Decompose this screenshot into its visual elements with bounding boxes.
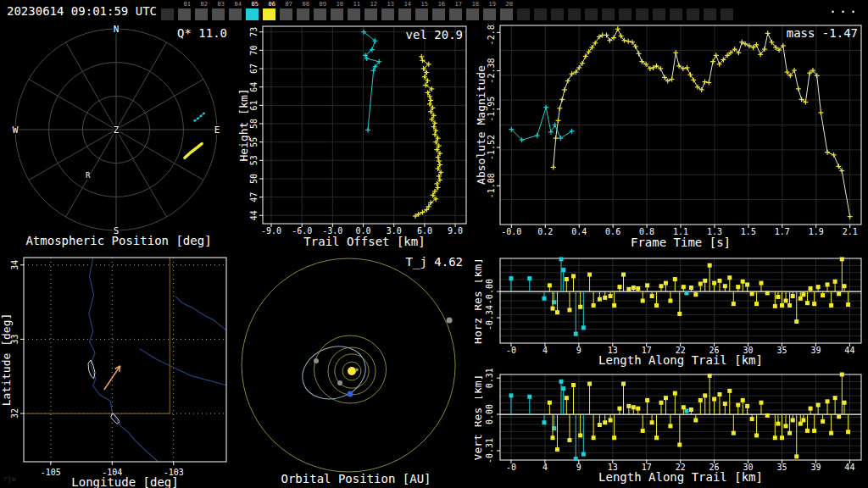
frame-image[interactable] <box>263 8 275 20</box>
overflow-menu[interactable]: ... <box>829 1 860 16</box>
solar-system-bodies <box>314 318 453 397</box>
frame-thumb[interactable] <box>568 1 581 20</box>
frame-image[interactable] <box>517 8 530 20</box>
frame-image[interactable] <box>653 8 665 20</box>
frame-thumb-03[interactable]: 03 <box>212 1 225 20</box>
frame-image[interactable] <box>704 8 716 20</box>
frame-thumb[interactable] <box>517 1 530 20</box>
frame-number <box>161 1 174 8</box>
y-tick-label: 44 <box>249 210 259 220</box>
y-axis-label: Latitude [deg] <box>0 313 13 407</box>
frame-thumb-14[interactable]: 14 <box>398 1 411 20</box>
frame-thumb[interactable] <box>721 1 733 20</box>
frame-image[interactable] <box>229 8 242 20</box>
frame-thumb-04[interactable]: 04 <box>229 1 242 20</box>
frame-number <box>636 1 648 8</box>
panel-ground-map: -105-104-103323334Longitude [deg]Latitud… <box>0 251 237 488</box>
frame-thumb-02[interactable]: 02 <box>195 1 208 20</box>
mass-series-photometry-station-1 <box>509 105 574 142</box>
map-rivers <box>89 258 226 462</box>
frame-image[interactable] <box>602 8 615 20</box>
frame-image[interactable] <box>381 8 394 20</box>
frame-thumb-12[interactable]: 12 <box>364 1 377 20</box>
frame-image[interactable] <box>314 8 326 20</box>
frame-thumb-10[interactable]: 10 <box>331 1 343 20</box>
frame-image[interactable] <box>415 8 428 20</box>
frame-image[interactable] <box>195 8 208 20</box>
x-tick-label: 1.5 <box>741 227 756 236</box>
x-tick-label: -9.0 <box>261 226 281 236</box>
frame-number: 09 <box>314 1 326 8</box>
vert_res-series-station-1-residuals <box>509 380 688 461</box>
y-tick-label: -0.34 <box>485 305 494 330</box>
frame-image[interactable] <box>246 8 259 20</box>
frame-thumb[interactable] <box>653 1 665 20</box>
frame-image[interactable] <box>348 8 360 20</box>
frame-thumb-19[interactable]: 19 <box>483 1 496 20</box>
frame-image[interactable] <box>161 8 174 20</box>
y-tick-label: -1.52 <box>487 135 496 160</box>
frame-thumb-08[interactable]: 08 <box>297 1 309 20</box>
frame-thumb[interactable] <box>585 1 598 20</box>
frame-image[interactable] <box>687 8 699 20</box>
frame-thumb-16[interactable]: 16 <box>432 1 445 20</box>
frame-number <box>619 1 632 8</box>
panel-residuals: -0491317222630353944-0.00-0.34Length Alo… <box>475 251 868 488</box>
residuals-chart: -0491317222630353944-0.00-0.34Length Alo… <box>475 251 868 488</box>
frame-image[interactable] <box>551 8 564 20</box>
y-axis-label: Absolute Magnitude <box>475 65 487 185</box>
frame-thumb-18[interactable]: 18 <box>466 1 479 20</box>
frame-image[interactable] <box>398 8 411 20</box>
frame-thumb[interactable] <box>602 1 615 20</box>
atmos-series-station-1-track <box>193 113 205 122</box>
frame-image[interactable] <box>670 8 682 20</box>
frame-thumb-20[interactable]: 20 <box>500 1 513 20</box>
frame-image[interactable] <box>432 8 445 20</box>
frame-image[interactable] <box>534 8 547 20</box>
frame-image[interactable] <box>364 8 377 20</box>
frame-thumb-15[interactable]: 15 <box>415 1 428 20</box>
panel-light-curve: -0.00.20.40.60.81.11.31.51.71.92.1-2.82-… <box>475 24 868 254</box>
x-tick-label: 0.4 <box>571 227 587 236</box>
frame-thumb-13[interactable]: 13 <box>381 1 394 20</box>
frame-thumb-09[interactable]: 09 <box>314 1 326 20</box>
frame-image[interactable] <box>449 8 462 20</box>
y-tick-label: 50 <box>249 174 259 184</box>
frame-image[interactable] <box>568 8 581 20</box>
frame-image[interactable] <box>500 8 513 20</box>
frame-image[interactable] <box>212 8 225 20</box>
y-tick-label: 58 <box>249 119 259 129</box>
frame-image[interactable] <box>585 8 598 20</box>
venus <box>337 380 342 385</box>
frame-thumb[interactable] <box>534 1 547 20</box>
frame-image[interactable] <box>178 8 191 20</box>
frame-thumb[interactable] <box>670 1 682 20</box>
frame-image[interactable] <box>636 8 648 20</box>
frame-image[interactable] <box>721 8 733 20</box>
frame-thumb-06[interactable]: 06 <box>263 1 275 20</box>
trail-series-station-2 <box>413 54 443 219</box>
frame-thumb[interactable] <box>161 1 174 20</box>
frame-image[interactable] <box>280 8 292 20</box>
mass-series-lightcurve-station-2 <box>551 26 853 219</box>
frame-image[interactable] <box>619 8 632 20</box>
frame-thumb-17[interactable]: 17 <box>449 1 462 20</box>
frame-thumb-11[interactable]: 11 <box>348 1 360 20</box>
frame-image[interactable] <box>483 8 496 20</box>
frame-thumb-07[interactable]: 07 <box>280 1 292 20</box>
frame-thumb-05[interactable]: 05 <box>246 1 259 20</box>
frame-number: 18 <box>466 1 479 8</box>
frame-image[interactable] <box>466 8 479 20</box>
jupiter <box>447 318 453 324</box>
frame-thumb[interactable] <box>551 1 564 20</box>
frame-thumb[interactable] <box>704 1 716 20</box>
frame-image[interactable] <box>297 8 309 20</box>
frame-number <box>653 1 665 8</box>
x-axis-label: Trail Offset [km] <box>303 235 425 248</box>
frame-thumb[interactable] <box>636 1 648 20</box>
frame-thumb[interactable] <box>687 1 699 20</box>
frame-number <box>551 1 564 8</box>
frame-image[interactable] <box>331 8 343 20</box>
frame-thumb-01[interactable]: 01 <box>178 1 191 20</box>
frame-thumb[interactable] <box>619 1 632 20</box>
